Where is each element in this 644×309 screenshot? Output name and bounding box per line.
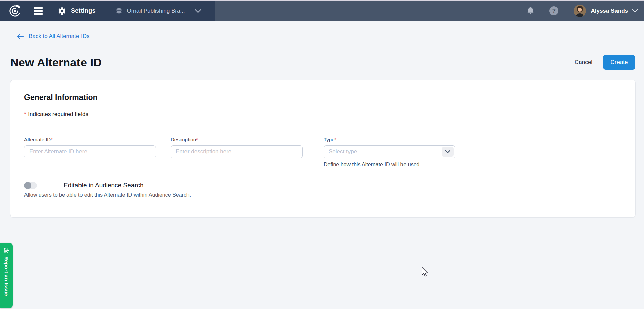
description-field-group: Description* [171, 137, 303, 168]
back-arrow-icon [17, 33, 24, 39]
editable-toggle-label: Editable in Audience Search [64, 182, 144, 189]
general-information-card: General Information * Indicates required… [10, 80, 636, 218]
chevron-down-icon [445, 150, 450, 153]
notifications-button[interactable] [527, 7, 534, 15]
type-select-placeholder: Select type [329, 148, 357, 155]
nav-settings-label: Settings [71, 7, 96, 14]
chevron-down-icon [195, 9, 201, 13]
page-title: New Alternate ID [10, 55, 102, 70]
alternate-id-label: Alternate ID* [24, 137, 156, 142]
nav-settings[interactable]: Settings [58, 7, 96, 15]
required-asterisk: * [335, 137, 336, 142]
page-content: Back to All Alternate IDs New Alternate … [0, 21, 644, 309]
title-actions: Cancel Create [570, 55, 635, 70]
description-input[interactable] [171, 145, 303, 158]
back-link-label: Back to All Alternate IDs [29, 33, 89, 40]
topbar: Settings Omail Publishing Bra... ? [0, 1, 644, 21]
bell-icon [527, 7, 534, 15]
gear-icon [58, 7, 66, 15]
topbar-left-section: Settings Omail Publishing Bra... [0, 1, 215, 21]
create-button[interactable]: Create [603, 55, 635, 70]
type-helper-text: Define how this Alternate ID will be use… [324, 162, 455, 168]
app-logo-icon[interactable] [9, 5, 21, 17]
hamburger-menu-icon[interactable] [34, 7, 43, 15]
type-field-group: Type* Select type Define how this Altern… [324, 137, 455, 168]
section-divider [24, 127, 622, 127]
editable-toggle-helper: Allow users to be able to edit this Alte… [24, 192, 622, 198]
type-select[interactable]: Select type [324, 145, 455, 158]
bug-icon [3, 247, 10, 254]
editable-toggle-row: Editable in Audience Search [24, 182, 622, 189]
topbar-divider [106, 5, 106, 17]
report-an-issue-tab[interactable]: Report an Issue [0, 243, 13, 308]
required-fields-note: * Indicates required fields [24, 111, 622, 118]
select-chevron-button[interactable] [442, 147, 454, 157]
type-label: Type* [324, 137, 455, 142]
help-icon: ? [549, 6, 558, 15]
alternate-id-input[interactable] [24, 145, 156, 158]
chevron-down-icon[interactable] [632, 9, 638, 13]
required-asterisk: * [196, 137, 198, 142]
required-asterisk: * [51, 137, 52, 142]
help-button[interactable]: ? [549, 6, 558, 15]
description-label: Description* [171, 137, 303, 142]
brand-selector[interactable]: Omail Publishing Bra... [115, 7, 215, 15]
brand-selector-value: Omail Publishing Bra... [127, 8, 185, 14]
alternate-id-field-group: Alternate ID* [24, 137, 156, 168]
editable-toggle[interactable] [24, 182, 37, 189]
database-icon [115, 7, 123, 15]
avatar[interactable] [574, 5, 586, 17]
title-row: New Alternate ID Cancel Create [10, 55, 635, 70]
back-link[interactable]: Back to All Alternate IDs [0, 21, 89, 40]
fields-row: Alternate ID* Description* Type* Select … [24, 137, 622, 168]
topbar-divider [542, 6, 542, 16]
topbar-divider [566, 6, 566, 16]
required-asterisk: * [24, 111, 26, 117]
section-title: General Information [24, 93, 622, 102]
report-an-issue-label: Report an Issue [4, 256, 9, 296]
toggle-knob [24, 182, 31, 189]
topbar-right-section: ? Alyssa Sands [527, 1, 644, 21]
mouse-cursor [421, 267, 429, 278]
cancel-button[interactable]: Cancel [570, 56, 597, 69]
user-menu-name[interactable]: Alyssa Sands [591, 8, 628, 14]
